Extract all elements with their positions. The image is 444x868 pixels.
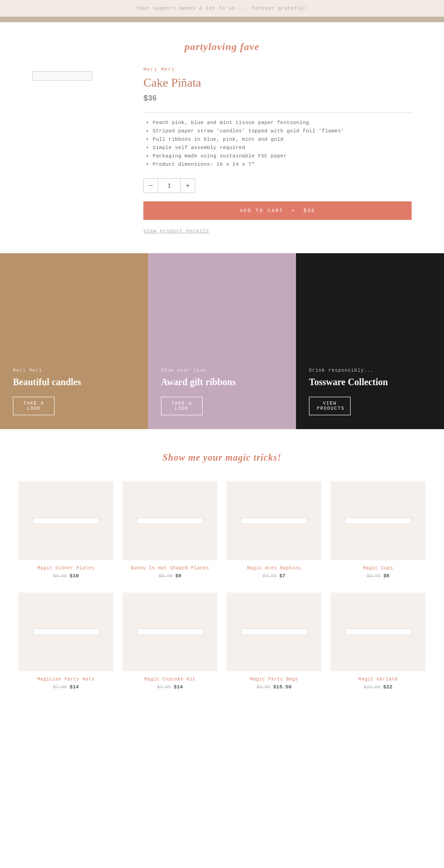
product-image-line <box>345 629 412 635</box>
products-grid-row2: Magician Party Hats$7.99$14Magic Cupcake… <box>18 593 426 690</box>
product-card-name: Magic Party Bags <box>250 677 298 682</box>
panel-2-title: Award gift ribbons <box>161 377 283 387</box>
fave-details: Meri Meri Cake Piñata $36 Peach pink, bl… <box>143 67 412 235</box>
panel-1-subtitle: Meri Meri <box>13 368 135 373</box>
product-image-line <box>33 629 99 635</box>
feature-item: Product dimensions: 16 x 14 x 7" <box>153 162 412 167</box>
feature-item: Simple self assembly required <box>153 145 412 150</box>
product-image-line <box>137 629 204 635</box>
product-image <box>123 593 217 671</box>
quantity-row: − + <box>143 178 412 193</box>
quantity-decrease-button[interactable]: − <box>143 178 158 193</box>
price-original: $5.99 <box>53 574 67 579</box>
price-original: $3.99 <box>367 574 381 579</box>
product-card-prices: $5.99$10 <box>53 573 79 579</box>
product-card-prices: $3.99$6 <box>367 573 389 579</box>
product-image-line <box>137 518 204 524</box>
product-card-prices: $7.99$14 <box>53 684 79 690</box>
panel-2-button[interactable]: TAKE A LOOK <box>161 397 203 415</box>
product-image-area <box>32 67 125 235</box>
add-to-cart-button[interactable]: ADD TO CART • $36 <box>143 201 412 220</box>
panel-2-subtitle: Show your love... <box>161 368 283 373</box>
price-sale: $22 <box>383 684 393 690</box>
price-sale: $10 <box>70 573 79 579</box>
product-name: Cake Piñata <box>143 76 412 90</box>
product-card-prices: $4.99$7 <box>263 573 285 579</box>
product-image <box>227 593 321 671</box>
product-card[interactable]: Magic Dinner Plates$5.99$10 <box>18 481 113 579</box>
feature-item: Pull ribbons in blue, pink, mint and gol… <box>153 137 412 142</box>
panel-3-subtitle: Drink responsibly... <box>309 368 431 373</box>
price-original: $4.99 <box>263 574 277 579</box>
products-grid-row1: Magic Dinner Plates$5.99$10Bunny In Hat … <box>18 481 426 579</box>
product-card-name: Magic Aces Napkins <box>247 566 301 571</box>
add-to-cart-label: ADD TO CART <box>240 208 284 213</box>
product-card[interactable]: Magic Aces Napkins$4.99$7 <box>227 481 321 579</box>
panels-section: Meri Meri Beautiful candles TAKE A LOOK … <box>0 253 444 429</box>
product-card-name: Magic Dinner Plates <box>37 566 95 571</box>
panel-tossware: Drink responsibly... Tossware Collection… <box>296 253 444 429</box>
product-card-name: Magic Cupcake Kit <box>144 677 196 682</box>
fave-section: partyloving fave Meri Meri Cake Piñata $… <box>0 22 444 253</box>
product-card[interactable]: Magic Cupcake Kit$7.99$14 <box>123 593 217 690</box>
price-sale: $9 <box>175 573 181 579</box>
add-to-cart-price: $36 <box>303 208 315 213</box>
product-card-prices: $9.99$15.50 <box>257 684 292 690</box>
panel-3-button[interactable]: VIEW PRODUCTS <box>309 397 351 415</box>
product-card-prices: $5.99$9 <box>159 573 181 579</box>
view-details-link[interactable]: View product details <box>143 228 209 234</box>
product-card-name: Magician Party Hats <box>37 677 95 682</box>
price-original: $7.99 <box>53 685 67 690</box>
product-image-line <box>241 629 308 635</box>
feature-item: Striped paper straw 'candles' topped wit… <box>153 128 412 134</box>
price-original: $22.99 <box>364 685 381 690</box>
nav-bar <box>0 17 444 22</box>
brand-name: Meri Meri <box>143 67 412 72</box>
product-image <box>227 481 321 560</box>
product-card-prices: $22.99$22 <box>364 684 393 690</box>
fave-title: partyloving fave <box>185 41 259 53</box>
product-image-line <box>33 518 99 524</box>
panel-ribbons: Show your love... Award gift ribbons TAK… <box>148 253 296 429</box>
price-original: $5.99 <box>159 574 173 579</box>
product-image-line <box>241 518 308 524</box>
product-image <box>331 481 426 560</box>
price-sale: $14 <box>70 684 79 690</box>
product-card[interactable]: Magic Garland$22.99$22 <box>331 593 426 690</box>
product-image <box>331 593 426 671</box>
product-image-placeholder <box>32 71 92 81</box>
price-sale: $7 <box>279 573 285 579</box>
quantity-increase-button[interactable]: + <box>180 178 195 193</box>
price-original: $9.99 <box>257 685 271 690</box>
divider <box>143 112 412 112</box>
product-features: Peach pink, blue and mint tissue paper f… <box>143 120 412 167</box>
product-card-name: Bunny In Hat Shaped Plates <box>131 566 209 571</box>
price-sale: $15.50 <box>273 684 292 690</box>
banner-text: Your support means a lot to us ... forev… <box>136 6 307 11</box>
quantity-input[interactable] <box>158 178 180 193</box>
product-card[interactable]: Magic Cups$3.99$6 <box>331 481 426 579</box>
product-card-name: Magic Garland <box>358 677 398 682</box>
product-card-name: Magic Cups <box>363 566 393 571</box>
top-banner: Your support means a lot to us ... forev… <box>0 0 444 17</box>
panel-1-button[interactable]: TAKE A LOOK <box>13 397 55 415</box>
product-card[interactable]: Bunny In Hat Shaped Plates$5.99$9 <box>123 481 217 579</box>
price-original: $7.99 <box>157 685 171 690</box>
product-image <box>18 593 113 671</box>
panel-3-title: Tossware Collection <box>309 377 431 387</box>
product-image <box>18 481 113 560</box>
product-price: $36 <box>143 94 412 103</box>
product-card[interactable]: Magic Party Bags$9.99$15.50 <box>227 593 321 690</box>
price-sale: $14 <box>174 684 183 690</box>
feature-item: Packaging made using sustainable FSC pap… <box>153 153 412 159</box>
product-card[interactable]: Magician Party Hats$7.99$14 <box>18 593 113 690</box>
price-sale: $6 <box>383 573 389 579</box>
magic-title: Show me your magic tricks! <box>18 452 426 463</box>
panel-1-title: Beautiful candles <box>13 377 135 387</box>
product-image <box>123 481 217 560</box>
panel-candles: Meri Meri Beautiful candles TAKE A LOOK <box>0 253 148 429</box>
magic-section: Show me your magic tricks! Magic Dinner … <box>0 429 444 704</box>
fave-content: Meri Meri Cake Piñata $36 Peach pink, bl… <box>32 67 412 235</box>
product-card-prices: $7.99$14 <box>157 684 183 690</box>
feature-item: Peach pink, blue and mint tissue paper f… <box>153 120 412 125</box>
